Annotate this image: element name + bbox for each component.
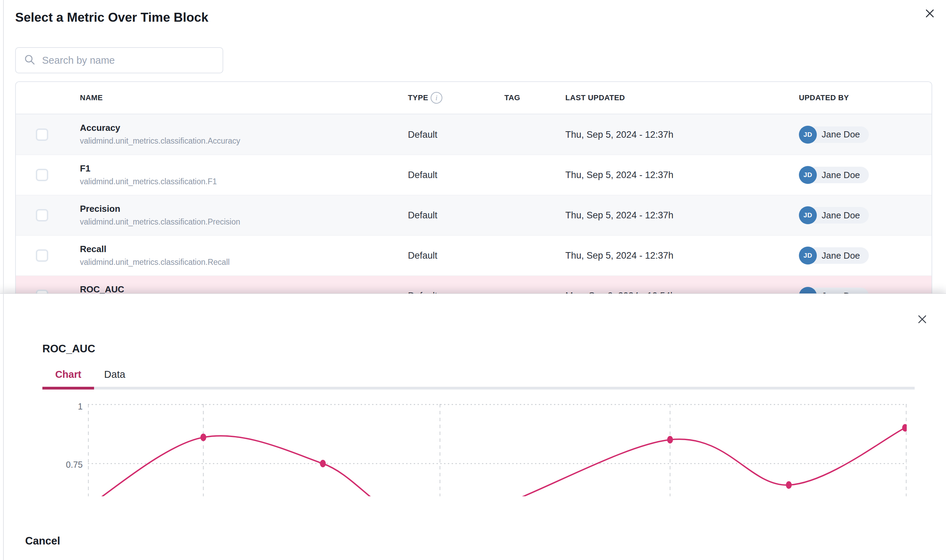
column-header-tag: TAG	[505, 93, 520, 102]
column-header-type: TYPE	[408, 93, 428, 102]
roc-chart	[88, 404, 907, 496]
avatar-initials: JD	[803, 252, 812, 259]
avatar: JD	[799, 246, 817, 265]
roc-chart-svg	[88, 404, 907, 496]
metric-last-updated: Thu, Sep 5, 2024 - 12:37h	[565, 129, 674, 140]
metric-name: F1	[80, 163, 217, 174]
row-checkbox[interactable]	[36, 128, 48, 141]
metric-type: Default	[408, 210, 437, 221]
column-header-updated-by: UPDATED BY	[799, 93, 849, 102]
avatar-initials: JD	[803, 171, 812, 179]
row-checkbox[interactable]	[36, 290, 48, 294]
avatar: JD	[799, 166, 817, 184]
table-row[interactable]: Accuracy validmind.unit_metrics.classifi…	[16, 114, 932, 155]
modal-title: Select a Metric Over Time Block	[15, 10, 208, 25]
tab-data[interactable]: Data	[94, 365, 135, 383]
preview-panel: ROC_AUC Chart Data 1 0.75 Cancel	[0, 294, 946, 560]
metric-path: validmind.unit_metrics.classification.F1	[80, 177, 217, 186]
metric-path: validmind.unit_metrics.classification.Re…	[80, 258, 230, 267]
metric-type: Default	[408, 170, 437, 180]
cancel-button[interactable]: Cancel	[25, 535, 60, 547]
column-header-name: NAME	[80, 93, 103, 102]
row-checkbox[interactable]	[36, 209, 48, 222]
table-row[interactable]: Precision validmind.unit_metrics.classif…	[16, 195, 932, 235]
y-tick-0-75: 0.75	[34, 460, 83, 470]
metric-path: validmind.unit_metrics.classification.Pr…	[80, 217, 240, 227]
metric-name-cell: F1 validmind.unit_metrics.classification…	[80, 163, 217, 186]
preview-title: ROC_AUC	[42, 343, 95, 355]
metric-name-cell: Recall validmind.unit_metrics.classifica…	[80, 244, 230, 267]
avatar: JD	[799, 206, 817, 224]
close-icon	[924, 15, 936, 20]
tab-chart[interactable]: Chart	[42, 365, 94, 383]
preview-tabs: Chart Data	[42, 365, 135, 383]
type-info-icon[interactable]: i	[431, 92, 442, 104]
preview-close-button[interactable]	[917, 314, 928, 325]
updated-by-chip: JD Jane Doe	[799, 166, 869, 184]
search-input[interactable]	[42, 54, 214, 66]
close-icon	[917, 321, 928, 326]
modal-close-button[interactable]	[924, 8, 936, 19]
avatar: JD	[799, 126, 817, 144]
avatar-initials: JD	[803, 131, 812, 138]
table-body: Accuracy validmind.unit_metrics.classifi…	[16, 114, 932, 294]
row-checkbox[interactable]	[36, 249, 48, 262]
metric-last-updated: Thu, Sep 5, 2024 - 12:37h	[565, 251, 674, 261]
updated-by-chip: JD Jane Doe	[799, 287, 869, 294]
modal-dialog: Select a Metric Over Time Block NAME TYP…	[0, 0, 946, 294]
table-header: NAME TYPE i TAG LAST UPDATED UPDATED BY	[16, 82, 932, 114]
metric-name-cell: ROC_AUC	[80, 284, 125, 294]
table-row[interactable]: ROC_AUC Default Mon, Sep 9, 2024 - 10:54…	[16, 275, 932, 294]
tab-active-underline	[42, 387, 94, 389]
metric-last-updated: Thu, Sep 5, 2024 - 12:37h	[565, 170, 674, 180]
metric-last-updated: Thu, Sep 5, 2024 - 12:37h	[565, 210, 674, 221]
metric-name-cell: Accuracy validmind.unit_metrics.classifi…	[80, 123, 240, 146]
search-icon	[24, 54, 35, 66]
search-box	[15, 47, 223, 73]
updated-by-chip: JD Jane Doe	[799, 126, 869, 144]
metric-name: Recall	[80, 244, 230, 254]
metric-type: Default	[408, 291, 437, 294]
metrics-table: NAME TYPE i TAG LAST UPDATED UPDATED BY …	[15, 81, 932, 294]
updated-by-chip: JD Jane Doe	[799, 246, 869, 265]
metric-name: Accuracy	[80, 123, 240, 133]
metric-name: ROC_AUC	[80, 284, 125, 294]
metric-last-updated: Mon, Sep 9, 2024 - 10:54h	[565, 291, 675, 294]
updated-by-chip: JD Jane Doe	[799, 206, 869, 224]
column-header-last-updated: LAST UPDATED	[565, 93, 625, 102]
metric-type: Default	[408, 129, 437, 140]
metric-name-cell: Precision validmind.unit_metrics.classif…	[80, 203, 240, 227]
metric-type: Default	[408, 251, 437, 261]
row-checkbox[interactable]	[36, 169, 48, 181]
avatar-initials: JD	[803, 211, 812, 219]
tab-strip	[42, 387, 915, 389]
y-tick-1: 1	[34, 401, 83, 412]
metric-path: validmind.unit_metrics.classification.Ac…	[80, 136, 240, 146]
metric-picker-screen: Select a Metric Over Time Block NAME TYP…	[0, 0, 946, 560]
metric-name: Precision	[80, 203, 240, 214]
table-row[interactable]: F1 validmind.unit_metrics.classification…	[16, 155, 932, 195]
modal-left-edge	[3, 0, 4, 560]
table-row[interactable]: Recall validmind.unit_metrics.classifica…	[16, 235, 932, 275]
